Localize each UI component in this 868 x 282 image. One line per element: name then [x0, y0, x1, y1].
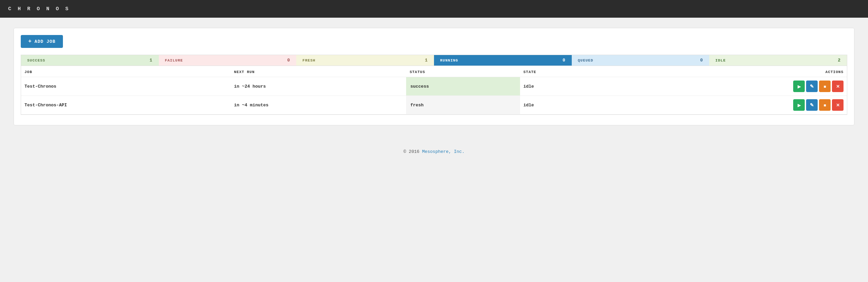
table-section: JOB NEXT RUN STATUS STATE ACTIONS Test-C… [21, 66, 847, 115]
action-buttons-0 [607, 81, 844, 92]
jobs-table: JOB NEXT RUN STATUS STATE ACTIONS Test-C… [21, 66, 847, 114]
plus-icon [28, 38, 32, 45]
status-item-failure[interactable]: FAILURE 0 [159, 55, 297, 66]
play-icon-0 [798, 84, 801, 89]
footer-link[interactable]: Mesosphere, Inc. [422, 149, 465, 154]
col-job: JOB [21, 66, 231, 77]
cell-status-0: success [406, 77, 520, 96]
col-next-run: NEXT RUN [231, 66, 406, 77]
jobs-tbody: Test-Chronos in ~24 hours success idle [21, 77, 847, 114]
stop-icon-1 [823, 102, 826, 108]
status-item-success[interactable]: SUCCESS 1 [21, 55, 159, 66]
status-item-queued[interactable]: QUEUED 0 [572, 55, 710, 66]
status-count-success: 1 [150, 58, 153, 63]
footer-text: © 2016 [403, 149, 419, 154]
edit-button-0[interactable] [806, 81, 818, 92]
footer: © 2016 Mesosphere, Inc. [0, 136, 868, 168]
status-bar: SUCCESS 1 FAILURE 0 FRESH 1 RUNNING 0 QU… [21, 55, 847, 66]
run-button-1[interactable] [793, 99, 805, 111]
cell-state-0: idle [520, 77, 604, 96]
status-label-running: RUNNING [440, 58, 458, 63]
status-label-success: SUCCESS [27, 58, 45, 63]
status-count-queued: 0 [700, 58, 703, 63]
edit-button-1[interactable] [806, 99, 818, 111]
table-row: Test-Chronos in ~24 hours success idle [21, 77, 847, 96]
edit-icon-0 [810, 84, 814, 89]
navbar: C H R O N O S [0, 0, 868, 18]
stop-button-0[interactable] [819, 81, 831, 92]
add-job-button[interactable]: ADD JOB [21, 35, 63, 48]
status-item-running[interactable]: RUNNING 0 [434, 55, 572, 66]
table-header-row: JOB NEXT RUN STATUS STATE ACTIONS [21, 66, 847, 77]
cell-next-run-1: in ~4 minutes [231, 96, 406, 114]
stop-button-1[interactable] [819, 99, 831, 111]
status-label-failure: FAILURE [165, 58, 183, 63]
add-job-label: ADD JOB [35, 39, 56, 44]
cell-status-1: fresh [406, 96, 520, 114]
status-count-failure: 0 [287, 58, 290, 63]
action-buttons-1 [607, 99, 844, 111]
table-row: Test-Chronos-API in ~4 minutes fresh idl… [21, 96, 847, 114]
run-button-0[interactable] [793, 81, 805, 92]
delete-button-1[interactable] [832, 99, 844, 111]
app-title: C H R O N O S [8, 6, 70, 12]
cell-actions-1 [604, 96, 847, 114]
cell-job-1: Test-Chronos-API [21, 96, 231, 114]
col-state: STATE [520, 66, 604, 77]
status-item-fresh[interactable]: FRESH 1 [296, 55, 434, 66]
status-count-running: 0 [563, 58, 566, 63]
delete-button-0[interactable] [832, 81, 844, 92]
stop-icon-0 [823, 84, 826, 89]
status-item-idle[interactable]: IDLE 2 [709, 55, 847, 66]
jobs-card: ADD JOB SUCCESS 1 FAILURE 0 FRESH 1 RUNN… [14, 28, 854, 125]
status-bar-wrapper: SUCCESS 1 FAILURE 0 FRESH 1 RUNNING 0 QU… [21, 55, 847, 66]
status-label-idle: IDLE [715, 58, 725, 63]
cell-next-run-0: in ~24 hours [231, 77, 406, 96]
col-status: STATUS [406, 66, 520, 77]
cell-job-0: Test-Chronos [21, 77, 231, 96]
play-icon-1 [798, 102, 801, 108]
status-count-fresh: 1 [425, 58, 428, 63]
delete-icon-1 [836, 102, 840, 108]
status-count-idle: 2 [838, 58, 841, 63]
cell-state-1: idle [520, 96, 604, 114]
col-actions: ACTIONS [604, 66, 847, 77]
delete-icon-0 [836, 84, 840, 89]
status-label-queued: QUEUED [578, 58, 594, 63]
edit-icon-1 [810, 102, 814, 108]
status-label-fresh: FRESH [302, 58, 315, 63]
cell-actions-0 [604, 77, 847, 96]
main-content: ADD JOB SUCCESS 1 FAILURE 0 FRESH 1 RUNN… [0, 18, 868, 136]
